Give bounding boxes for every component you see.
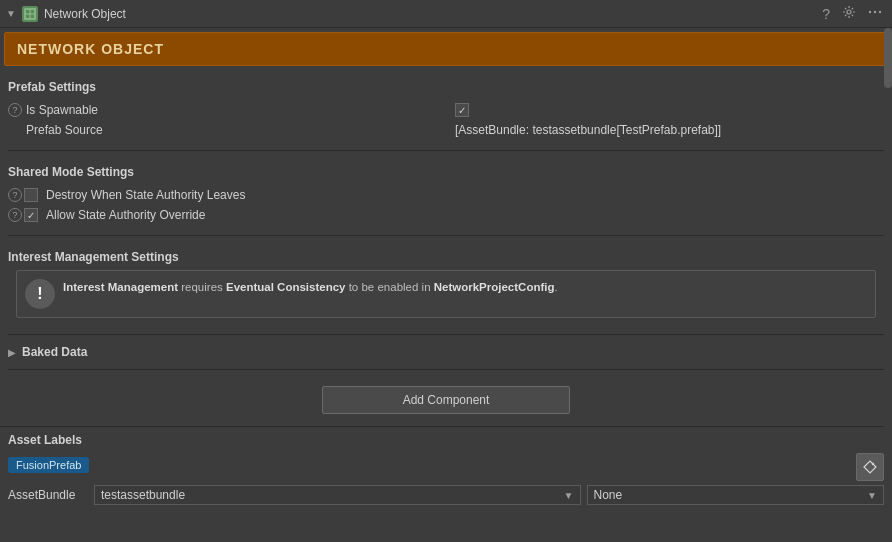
none-arrow: ▼ <box>867 490 877 501</box>
destroy-when-row: ? Destroy When State Authority Leaves <box>8 185 884 205</box>
is-spawnable-row: ? Is Spawnable <box>8 100 884 120</box>
help-circle-allow[interactable]: ? <box>8 208 22 222</box>
info-text: Interest Management requires Eventual Co… <box>63 279 558 296</box>
component-icon <box>22 6 38 22</box>
asset-bundle-row: AssetBundle testassetbundle ▼ None ▼ <box>8 485 884 505</box>
asset-bundle-label: AssetBundle <box>8 488 88 502</box>
interest-management-label: Interest Management Settings <box>8 250 884 264</box>
baked-data-section[interactable]: ▶ Baked Data <box>0 339 892 365</box>
divider-3 <box>8 334 884 335</box>
scrollbar[interactable] <box>884 28 892 542</box>
asset-labels-section: Asset Labels FusionPrefab AssetBundle te… <box>0 426 892 511</box>
component-title: NETWORK OBJECT <box>17 41 164 57</box>
prefab-source-row: Prefab Source [AssetBundle: testassetbun… <box>8 120 884 140</box>
settings-button[interactable] <box>838 3 860 24</box>
info-icon: ! <box>25 279 55 309</box>
asset-bundle-dropdown[interactable]: testassetbundle ▼ <box>94 485 581 505</box>
divider-2 <box>8 235 884 236</box>
svg-point-5 <box>874 11 876 13</box>
destroy-when-checkbox[interactable] <box>24 188 38 202</box>
svg-point-4 <box>869 11 871 13</box>
info-text-plain-3: . <box>555 281 558 293</box>
prefab-settings-section: Prefab Settings ? Is Spawnable Prefab So… <box>0 70 892 146</box>
interest-management-section: Interest Management Settings ! Interest … <box>0 240 892 330</box>
allow-override-help[interactable]: ? <box>8 208 24 222</box>
add-component-button[interactable]: Add Component <box>322 386 571 414</box>
info-text-bold-3: NetworkProjectConfig <box>434 281 555 293</box>
none-dropdown[interactable]: None ▼ <box>587 485 885 505</box>
baked-data-arrow: ▶ <box>8 347 16 358</box>
shared-mode-section: Shared Mode Settings ? Destroy When Stat… <box>0 155 892 231</box>
prefab-source-label: Prefab Source <box>24 123 455 137</box>
more-button[interactable] <box>864 3 886 24</box>
is-spawnable-value <box>455 103 884 117</box>
allow-override-checkbox[interactable] <box>24 208 38 222</box>
is-spawnable-checkbox[interactable] <box>455 103 469 117</box>
asset-bundle-arrow: ▼ <box>564 490 574 501</box>
help-button[interactable]: ? <box>818 4 834 24</box>
collapse-arrow[interactable]: ▼ <box>6 8 16 19</box>
allow-override-row: ? Allow State Authority Override <box>8 205 884 225</box>
asset-labels-title: Asset Labels <box>8 433 884 447</box>
info-text-bold-1: Interest Management <box>63 281 178 293</box>
component-header: NETWORK OBJECT <box>4 32 888 66</box>
svg-point-7 <box>872 463 874 465</box>
help-circle-destroy[interactable]: ? <box>8 188 22 202</box>
content-area: NETWORK OBJECT Prefab Settings ? Is Spaw… <box>0 28 892 542</box>
main-wrapper: ▼ Network Object ? <box>0 0 892 542</box>
help-circle-spawnable[interactable]: ? <box>8 103 22 117</box>
info-text-plain-2: to be enabled in <box>345 281 433 293</box>
asset-bundle-value: testassetbundle <box>101 488 185 502</box>
is-spawnable-label: Is Spawnable <box>24 103 455 117</box>
info-box: ! Interest Management requires Eventual … <box>16 270 876 318</box>
divider-1 <box>8 150 884 151</box>
allow-override-label: Allow State Authority Override <box>44 208 884 222</box>
svg-point-6 <box>879 11 881 13</box>
baked-data-label: Baked Data <box>22 345 87 359</box>
title-bar: ▼ Network Object ? <box>0 0 892 28</box>
destroy-when-help[interactable]: ? <box>8 188 24 202</box>
window-title: Network Object <box>44 7 812 21</box>
is-spawnable-help[interactable]: ? <box>8 103 24 117</box>
shared-mode-label: Shared Mode Settings <box>8 165 884 179</box>
none-value: None <box>594 488 623 502</box>
svg-point-3 <box>847 10 851 14</box>
divider-4 <box>8 369 884 370</box>
add-component-area: Add Component <box>0 374 892 426</box>
title-bar-actions: ? <box>818 3 886 24</box>
scroll-thumb[interactable] <box>884 28 892 88</box>
fusion-prefab-tag[interactable]: FusionPrefab <box>8 457 89 473</box>
info-text-bold-2: Eventual Consistency <box>226 281 346 293</box>
info-text-plain-1: requires <box>178 281 226 293</box>
destroy-when-label: Destroy When State Authority Leaves <box>44 188 884 202</box>
tag-icon-button[interactable] <box>856 453 884 481</box>
prefab-source-value: [AssetBundle: testassetbundle[TestPrefab… <box>455 123 884 137</box>
prefab-settings-label: Prefab Settings <box>8 80 884 94</box>
